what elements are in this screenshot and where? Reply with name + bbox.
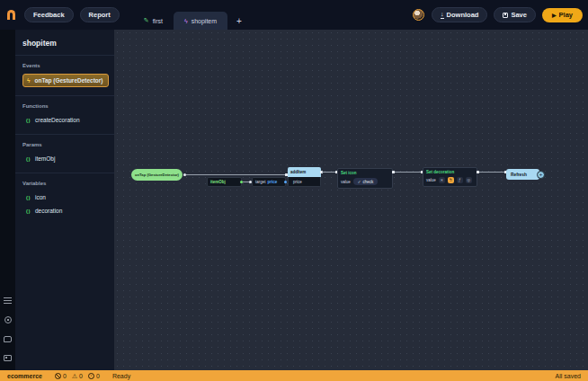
node-set-decoration[interactable]: Set decoration value ✕ ϟ ƒ ◎ [423, 167, 477, 187]
tab-first[interactable]: ✎ first [133, 12, 174, 30]
parentheses-icon: () [26, 156, 31, 162]
value-label: value [426, 178, 436, 182]
lightning-icon[interactable]: ϟ [448, 177, 454, 183]
lightning-icon: ϟ [27, 77, 30, 84]
node-header: Set decoration [423, 168, 477, 175]
tab-label: first [153, 18, 163, 24]
gear-icon[interactable] [4, 316, 12, 323]
page-title: shopitem [15, 37, 114, 55]
port-getprop-out[interactable] [284, 181, 287, 183]
download-label: Download [447, 11, 479, 19]
tab-label: shopitem [192, 18, 217, 24]
connection-additem-seticon [322, 172, 336, 173]
pencil-icon: ✎ [144, 17, 149, 24]
node-header: addItem [288, 167, 321, 177]
sidebar-item-createdecoration[interactable]: () createDecoration [22, 114, 109, 126]
error-count: 0 [63, 373, 67, 379]
value-text: check [363, 180, 374, 184]
download-icon: ↓ [441, 12, 444, 19]
node-header: Set icon [338, 169, 392, 176]
error-icon [55, 373, 61, 379]
check-icon: ✓ [358, 180, 361, 184]
add-connection-button[interactable]: + [537, 171, 545, 179]
app-logo-icon[interactable] [7, 10, 15, 20]
info-icon: i [88, 373, 94, 379]
topbar: Feedback Report ✎ first ϟ shopitem + ↓ D… [0, 0, 588, 30]
menu-icon[interactable] [4, 297, 12, 304]
parentheses-icon: () [26, 195, 31, 200]
download-button[interactable]: ↓ Download [432, 7, 487, 22]
warning-counter[interactable]: ⚠ 0 [72, 373, 83, 379]
link-icon[interactable]: ◎ [466, 177, 472, 183]
target-label: target [255, 180, 266, 184]
node-ontap-event[interactable]: onTap (GestureDetector) [131, 169, 183, 181]
connection-seticon-setdecoration [395, 172, 422, 173]
section-label: Params [22, 142, 109, 147]
error-counter[interactable]: 0 [55, 373, 67, 379]
project-name: ecommerce [7, 373, 42, 379]
node-input-row: price [288, 177, 321, 187]
save-label: Save [511, 11, 527, 19]
sidebar-item-ontap[interactable]: ϟ onTap (GestureDetector) [22, 74, 109, 87]
sidebar: shopitem Events ϟ onTap (GestureDetector… [15, 30, 114, 370]
avatar[interactable] [413, 9, 424, 21]
sidebar-item-label: itemObj [35, 155, 55, 162]
clear-icon[interactable]: ✕ [439, 177, 445, 183]
section-functions: Functions () createDecoration [15, 95, 114, 134]
save-button[interactable]: Save [494, 7, 536, 22]
property-label: price [268, 180, 278, 184]
value-dropdown[interactable]: ✓ check [353, 178, 379, 185]
sidebar-item-itemobj[interactable]: () itemObj [22, 153, 109, 164]
node-set-icon[interactable]: Set icon value ✓ check [337, 168, 393, 189]
function-icon[interactable]: ƒ [457, 177, 463, 183]
feedback-button[interactable]: Feedback [24, 7, 74, 22]
sidebar-item-label: onTap (GestureDetector) [34, 77, 102, 84]
section-label: Events [22, 63, 109, 68]
node-itemobj[interactable]: itemObj [207, 177, 242, 187]
tab-bar: ✎ first ϟ shopitem + [133, 12, 251, 30]
info-count: 0 [96, 373, 100, 379]
connection-ontap-additem [186, 174, 285, 175]
saved-status: All saved [556, 373, 581, 379]
status-bar: ecommerce 0 ⚠ 0 i 0 Ready All saved [0, 370, 588, 381]
chat-icon[interactable] [4, 336, 12, 342]
ready-status: Ready [112, 373, 130, 379]
sidebar-item-label: icon [35, 194, 46, 200]
save-icon [503, 13, 508, 18]
play-label: Play [559, 11, 573, 19]
section-events: Events ϟ onTap (GestureDetector) [15, 55, 114, 95]
parentheses-icon: () [26, 118, 31, 123]
node-get-property[interactable]: target price [252, 177, 286, 187]
report-button[interactable]: Report [80, 7, 120, 22]
sidebar-item-label: createDecoration [35, 117, 80, 123]
tab-shopitem[interactable]: ϟ shopitem [174, 12, 227, 30]
section-label: Functions [22, 103, 109, 109]
parentheses-icon: () [26, 208, 31, 214]
node-value-row: value ✓ check [338, 176, 392, 188]
connection-setdecoration-refresh [479, 172, 505, 173]
new-tab-button[interactable]: + [227, 12, 251, 30]
node-value-row: value ✕ ϟ ƒ ◎ [423, 175, 477, 186]
section-variables: Variables () icon () decoration [15, 173, 114, 225]
node-canvas[interactable]: onTap (GestureDetector) itemObj target p… [114, 30, 588, 370]
node-refresh[interactable]: Refresh [506, 169, 539, 180]
play-icon: ▶ [552, 12, 557, 18]
info-counter[interactable]: i 0 [88, 373, 100, 379]
warning-count: 0 [79, 373, 83, 379]
main-area: shopitem Events ϟ onTap (GestureDetector… [0, 30, 588, 370]
section-params: Params () itemObj [15, 134, 114, 173]
sidebar-item-icon[interactable]: () icon [22, 191, 109, 203]
warning-icon: ⚠ [72, 373, 77, 379]
sidebar-item-label: decoration [35, 208, 62, 214]
node-additem[interactable]: addItem price [288, 167, 321, 187]
play-button[interactable]: ▶ Play [542, 8, 583, 22]
sidebar-item-decoration[interactable]: () decoration [22, 205, 109, 217]
section-label: Variables [22, 181, 109, 186]
value-label: value [341, 180, 351, 184]
left-rail [0, 30, 15, 370]
lightning-icon: ϟ [184, 18, 188, 24]
image-icon[interactable] [4, 355, 12, 361]
